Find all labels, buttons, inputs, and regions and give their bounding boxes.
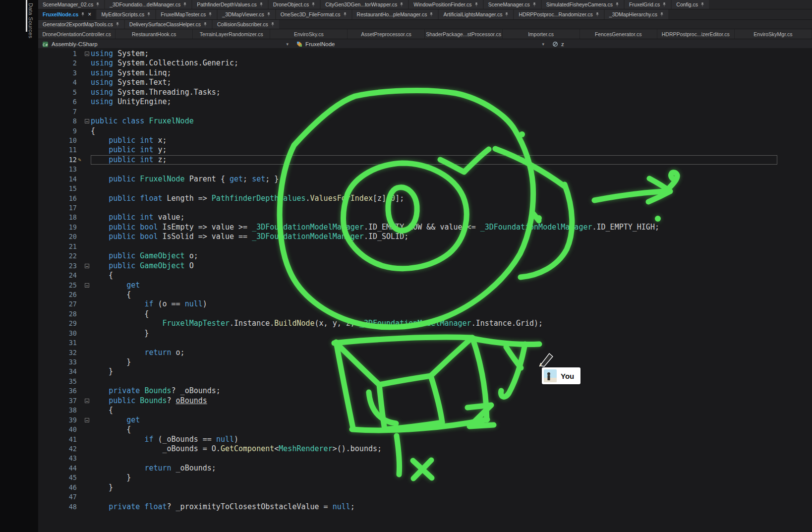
code-line-1[interactable]: 1−using System; (38, 49, 812, 59)
code-line-26[interactable]: 26 { (38, 290, 812, 299)
member-dropdown[interactable]: z (548, 39, 812, 49)
tab-fruxelgrid-cs[interactable]: FruxelGrid.cs (625, 0, 671, 9)
pin-icon[interactable] (311, 2, 315, 7)
pin-icon[interactable] (208, 12, 212, 17)
code-editor[interactable]: 1−using System;2using System.Collections… (38, 48, 812, 532)
code-line-35[interactable]: 35 (38, 377, 812, 386)
code-line-6[interactable]: 6using UnityEngine; (38, 97, 812, 107)
pin-icon[interactable] (271, 22, 275, 27)
fold-marker[interactable]: − (85, 399, 89, 403)
code-line-29[interactable]: 29 FruxelMapTester.Instance.BuildNode(x,… (38, 319, 812, 328)
project-dropdown[interactable]: C# Assembly-CSharp ▾ (38, 39, 292, 49)
pin-icon[interactable] (505, 12, 509, 17)
code-line-45[interactable]: 45 } (38, 473, 812, 482)
tab-windowpositionfinder-cs[interactable]: WindowPositionFinder.cs (409, 0, 482, 9)
code-line-7[interactable]: 7 (38, 107, 812, 117)
fold-marker[interactable]: − (85, 418, 89, 422)
code-line-39[interactable]: 39− get (38, 415, 812, 425)
tab-onesec3d-fileformat-cs[interactable]: OneSec3D_FileFormat.cs (276, 9, 351, 19)
code-line-22[interactable]: 22 public GameObject o; (38, 251, 812, 261)
code-line-11[interactable]: 11 public int y; (38, 145, 812, 155)
tab-generator2exportmaptools-cs[interactable]: Generator2ExportMapTools.cs (38, 20, 124, 29)
code-line-33[interactable]: 33 } (38, 357, 812, 367)
code-line-14[interactable]: 14 public FruxelNode Parent { get; set; … (38, 175, 812, 184)
pin-icon[interactable] (429, 12, 433, 17)
pin-icon[interactable] (474, 2, 478, 7)
data-sources-tab[interactable]: Data Sources (28, 3, 34, 38)
pin-icon[interactable] (700, 2, 704, 7)
tab--3dmapviewer-cs[interactable]: _3DMapViewer.cs (218, 9, 275, 19)
code-line-18[interactable]: 18 public int value; (38, 213, 812, 222)
tab--3dmaphierarchy-cs[interactable]: _3DMapHierarchy.cs (605, 9, 668, 19)
tab-deliverysurfaceclasshelper-cs[interactable]: DeliverySurfaceClassHelper.cs (125, 20, 212, 29)
code-line-4[interactable]: 4using System.Text; (38, 78, 812, 87)
tab-scenemanager-cs[interactable]: SceneManager.cs (484, 0, 541, 9)
code-line-44[interactable]: 44 return _oBounds; (38, 464, 812, 473)
tab-envirosky-cs[interactable]: EnviroSky.cs (270, 29, 348, 39)
code-line-12[interactable]: 12✎ public int z; (38, 155, 812, 165)
tab-restauranthook-cs[interactable]: RestaurantHook.cs (116, 29, 193, 39)
pin-icon[interactable] (81, 12, 85, 17)
chevron-down-icon[interactable]: ▾ (286, 42, 289, 47)
code-line-47[interactable]: 47 (38, 492, 812, 502)
code-line-13[interactable]: 13 (38, 165, 812, 174)
pin-icon[interactable] (147, 12, 151, 17)
pin-icon[interactable] (615, 2, 619, 7)
code-line-37[interactable]: 37− public Bounds? oBounds (38, 396, 812, 406)
fold-marker[interactable]: − (85, 119, 89, 123)
type-dropdown[interactable]: FruxelNode ▾ (292, 39, 548, 49)
code-line-30[interactable]: 30 } (38, 329, 812, 338)
pin-icon[interactable] (203, 22, 207, 27)
code-line-5[interactable]: 5using System.Threading.Tasks; (38, 88, 812, 97)
pin-icon[interactable] (595, 12, 599, 17)
tab-droneobject-cs[interactable]: DroneObject.cs (269, 0, 320, 9)
chevron-down-icon[interactable]: ▾ (542, 42, 544, 47)
tab-citygen3dgen-torwrapper-cs[interactable]: CityGen3DGen...torWrapper.cs (321, 0, 408, 9)
code-line-41[interactable]: 41 if (_oBounds == null) (38, 435, 812, 444)
pin-icon[interactable] (660, 12, 664, 17)
code-line-23[interactable]: 23− public GameObject O (38, 261, 812, 271)
code-line-48[interactable]: 48 private float? _proximityToClosestObs… (38, 502, 812, 512)
tab-scenemanager-02-cs[interactable]: SceneManager_02.cs (38, 0, 104, 9)
tab-fruxelnode-cs[interactable]: FruxelNode.cs× (38, 9, 96, 19)
code-line-16[interactable]: 16 public float Length => PathfinderDept… (38, 194, 812, 203)
pin-icon[interactable] (662, 2, 666, 7)
code-line-10[interactable]: 10 public int x; (38, 136, 812, 145)
code-line-32[interactable]: 32 return o; (38, 348, 812, 357)
code-line-31[interactable]: 31 (38, 338, 812, 348)
code-line-8[interactable]: 8−public class FruxelNode (38, 117, 812, 126)
code-line-17[interactable]: 17 (38, 203, 812, 213)
pin-icon[interactable] (116, 22, 119, 27)
code-line-38[interactable]: 38 { (38, 406, 812, 415)
code-line-20[interactable]: 20 public bool IsSolid => value == _3DFo… (38, 232, 812, 241)
code-line-25[interactable]: 25− get (38, 281, 812, 290)
code-line-46[interactable]: 46 } (38, 483, 812, 492)
code-line-21[interactable]: 21 (38, 242, 812, 251)
code-line-3[interactable]: 3using System.Linq; (38, 68, 812, 78)
tab-fruxelmaptester-cs[interactable]: FruxelMapTester.cs (156, 9, 217, 19)
pin-icon[interactable] (267, 12, 271, 17)
tab-restaurantho-plemanager-cs[interactable]: RestaurantHo...pleManager.cs (352, 9, 438, 19)
tab-collisionsubscriber-cs[interactable]: CollisionSubscriber.cs (213, 20, 279, 29)
tab-enviroskymgr-cs[interactable]: EnviroSkyMgr.cs (735, 29, 812, 39)
tab-hdrppostproc-randomizer-cs[interactable]: HDRPPostproc...Randomizer.cs (514, 9, 603, 19)
code-line-9[interactable]: 9{ (38, 126, 812, 136)
fold-marker[interactable]: − (85, 52, 89, 56)
code-line-43[interactable]: 43 (38, 454, 812, 463)
pin-icon[interactable] (400, 2, 404, 7)
tab-config-cs[interactable]: Config.cs (672, 0, 709, 9)
pin-icon[interactable] (259, 2, 263, 7)
tab-hdrppostproc-izereditor-cs[interactable]: HDRPPostproc...izerEditor.cs (657, 29, 735, 39)
tab-droneorientationcontroller-cs[interactable]: DroneOrientationController.cs (38, 29, 116, 39)
fold-marker[interactable]: − (85, 283, 89, 288)
pin-icon[interactable] (96, 2, 100, 7)
code-line-42[interactable]: 42 _oBounds = O.GetComponent<MeshRendere… (38, 444, 812, 454)
code-line-34[interactable]: 34 } (38, 367, 812, 376)
code-line-28[interactable]: 28 { (38, 309, 812, 319)
tab-myeditorscripts-cs[interactable]: MyEditorScripts.cs (97, 9, 155, 19)
tab-simulatedfisheyecamera-cs[interactable]: SimulatedFisheyeCamera.cs (542, 0, 624, 9)
close-icon[interactable]: × (88, 11, 91, 17)
tab-shaderpackage-stprocessor-cs[interactable]: ShaderPackage...stProcessor.cs (425, 29, 502, 39)
tab-artificiallightsmanager-cs[interactable]: ArtificialLightsManager.cs (439, 9, 513, 19)
pin-icon[interactable] (532, 2, 536, 7)
